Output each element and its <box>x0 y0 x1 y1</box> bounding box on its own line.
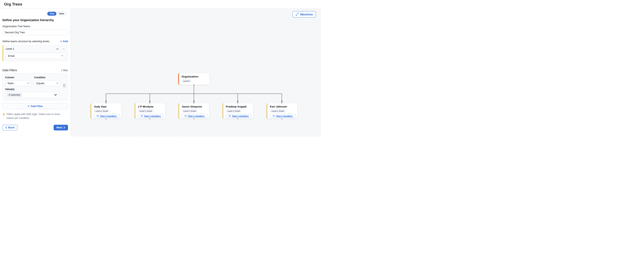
scrollbar-track[interactable] <box>320 9 322 136</box>
selected-count-chip: 3 selected <box>6 93 22 97</box>
column-value: Team <box>7 82 14 85</box>
add-filter-label: Add Filter <box>30 105 43 108</box>
data-filters-title: Data Filters <box>2 68 17 72</box>
tab-table[interactable]: Table <box>56 12 66 16</box>
org-node-pradeep-angadi[interactable]: Pradeep Angadi Level 1: Email View 1 mem… <box>222 103 253 119</box>
page-title: Org Trees <box>4 2 22 6</box>
filter-count-badge: 1 filter <box>61 69 68 72</box>
page-header: Org Trees <box>0 0 322 9</box>
add-level-label: Add <box>63 40 68 43</box>
config-sidebar: Tree Table Define your Organization hier… <box>0 9 71 136</box>
back-label: Back <box>8 126 14 129</box>
node-level-badge: Level 1: Email <box>182 109 198 113</box>
back-button[interactable]: Back <box>2 125 18 130</box>
people-group-icon <box>140 115 143 117</box>
level-label: Level 1 <box>6 47 14 50</box>
tab-tree[interactable]: Tree <box>47 12 56 16</box>
add-level-button[interactable]: + Add <box>60 40 68 43</box>
chevron-down-icon <box>27 82 30 84</box>
column-select[interactable]: Team <box>5 80 32 86</box>
node-title: Pradeep Angadi <box>226 105 251 108</box>
filters-note-text: Filters apply with AND logic. Select one… <box>6 112 64 120</box>
level-card: Level 1 Email <box>2 45 68 61</box>
level-column-select[interactable]: Email <box>6 53 65 59</box>
chevron-down-icon <box>62 48 65 50</box>
lightning-icon <box>2 113 5 116</box>
people-group-icon <box>228 115 231 117</box>
people-group-icon <box>272 115 275 117</box>
tree-canvas[interactable]: Maximize <box>71 9 322 136</box>
values-label: Value(s) <box>5 88 65 91</box>
wizard-nav-row: Back Next <box>2 125 68 130</box>
chevron-down-icon <box>56 82 59 84</box>
tree-name-input[interactable] <box>2 29 68 35</box>
view-toggle: Tree Table <box>47 11 67 16</box>
levels-hint: Define teams structure by selecting leve… <box>2 40 50 43</box>
node-level-badge: Level 1: Email <box>94 109 110 113</box>
filter-column-field: Column Team <box>5 75 32 86</box>
view-members-label: View 1 members <box>232 115 248 117</box>
view-members-label: View 1 members <box>276 115 292 117</box>
node-level-badge: Level 1: Email <box>270 109 286 113</box>
people-group-icon <box>184 115 187 117</box>
expand-icon <box>296 13 299 16</box>
node-title: Jason Simpson <box>182 105 207 108</box>
chevron-down-icon <box>54 94 57 96</box>
filter-fields-row: Column Team Condition Equals <box>5 75 65 86</box>
delete-filter-button[interactable] <box>63 84 66 87</box>
trash-icon <box>63 84 66 87</box>
section-heading: Define your Organization hierarchy <box>2 18 68 22</box>
condition-value: Equals <box>36 82 44 85</box>
values-multiselect[interactable]: 3 selected <box>5 92 59 98</box>
chevron-left-icon <box>5 126 7 129</box>
filter-condition-field: Condition Equals <box>34 75 61 86</box>
filter-card: Column Team Condition Equals <box>2 73 68 100</box>
org-node-judy-saw[interactable]: Judy Saw Level 1: Email View 1 members <box>90 103 121 119</box>
filters-note: Filters apply with AND logic. Select one… <box>2 112 68 120</box>
levels-hint-row: Define teams structure by selecting leve… <box>2 40 68 43</box>
chevron-down-icon <box>61 55 63 57</box>
move-level-down-button[interactable] <box>62 48 65 50</box>
org-node-root[interactable]: Organization Level 0 <box>178 73 210 85</box>
node-level-badge: Level 1: Email <box>138 109 154 113</box>
plus-icon: + <box>60 40 62 43</box>
view-members-label: View 1 members <box>100 115 116 117</box>
condition-label: Condition <box>34 76 46 79</box>
org-node-jp-mcelyea[interactable]: J P Mcelyea Level 1: Email View 1 member… <box>134 103 165 119</box>
move-level-up-button[interactable] <box>56 48 59 50</box>
org-trees-app: Org Trees Tree Table Define your Organiz… <box>0 0 322 136</box>
data-filters-header: Data Filters 1 filter <box>2 68 68 72</box>
level-reorder-controls <box>56 48 65 50</box>
view-members-button[interactable]: View 1 members <box>270 114 296 118</box>
node-title: J P Mcelyea <box>138 105 163 108</box>
add-filter-button[interactable]: + Add Filter <box>2 103 68 109</box>
next-button[interactable]: Next <box>54 125 68 130</box>
org-node-jason-simpson[interactable]: Jason Simpson Level 1: Email View 1 memb… <box>178 103 209 119</box>
view-toggle-row: Tree Table <box>2 11 68 16</box>
view-members-button[interactable]: View 1 members <box>138 114 164 118</box>
node-level-badge: Level 0 <box>182 79 192 82</box>
node-level-badge: Level 1: Email <box>226 109 242 113</box>
view-members-button[interactable]: View 1 members <box>182 114 207 118</box>
chevron-right-icon <box>64 126 65 129</box>
column-label: Column <box>5 76 14 79</box>
tree-name-label: Organization Tree Name <box>2 25 68 28</box>
view-members-button[interactable]: View 1 members <box>94 114 120 118</box>
maximize-button[interactable]: Maximize <box>292 11 316 17</box>
chevron-up-icon <box>56 48 59 50</box>
level-column-value: Email <box>8 54 14 57</box>
level-card-header: Level 1 <box>6 47 65 50</box>
org-node-kari-jahnsen[interactable]: Kari Jahnsen Level 1: Email View 1 membe… <box>266 103 297 119</box>
people-group-icon <box>96 115 99 117</box>
node-title: Kari Jahnsen <box>270 105 295 108</box>
view-members-button[interactable]: View 1 members <box>226 114 251 118</box>
condition-select[interactable]: Equals <box>34 80 61 86</box>
view-members-label: View 1 members <box>144 115 160 117</box>
maximize-label: Maximize <box>300 13 313 16</box>
content-area: Tree Table Define your Organization hier… <box>0 9 322 136</box>
plus-icon: + <box>28 104 29 108</box>
view-members-label: View 1 members <box>188 115 204 117</box>
next-label: Next <box>56 126 62 129</box>
node-title: Organization <box>182 75 207 78</box>
node-title: Judy Saw <box>94 105 119 108</box>
